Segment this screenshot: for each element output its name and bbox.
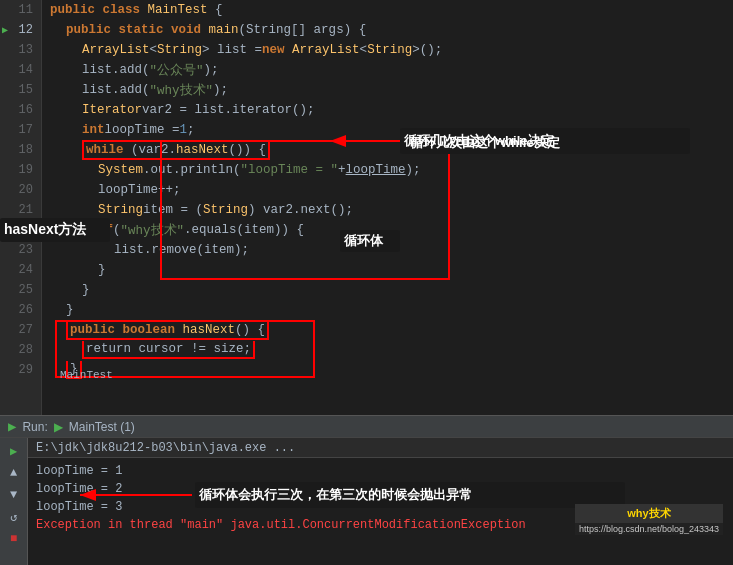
console-error-text: Exception in thread "main" java.util.Con… bbox=[36, 518, 526, 532]
line-num-28: 28 bbox=[0, 340, 41, 360]
code-line-16: Iterator var2 = list.iterator(); bbox=[50, 100, 725, 120]
code-line-23: list.remove(item); bbox=[50, 240, 725, 260]
console-text-2: loopTime = 2 bbox=[36, 482, 122, 496]
while-red-box: while (var2.hasNext()) { bbox=[82, 140, 270, 160]
run-text: MainTest (1) bbox=[69, 420, 135, 434]
code-line-19: System.out.println("loopTime = " + loopT… bbox=[50, 160, 725, 180]
line-num-19: 19 bbox=[0, 160, 41, 180]
console-line-2: loopTime = 2 bbox=[36, 480, 725, 498]
code-content: public class MainTest { public static vo… bbox=[42, 0, 733, 415]
console-btn-down[interactable]: ▼ bbox=[4, 486, 24, 504]
code-line-18: while (var2.hasNext()) { bbox=[50, 140, 725, 160]
line-num-29: 29 bbox=[0, 360, 41, 380]
console-line-3: loopTime = 3 bbox=[36, 498, 725, 516]
run-arrow-icon: ▶ bbox=[2, 24, 8, 36]
line-num-11: 11 bbox=[0, 0, 41, 20]
line-num-23: 23 bbox=[0, 240, 41, 260]
console-line-1: loopTime = 1 bbox=[36, 462, 725, 480]
line-numbers: 11 ▶ 12 13 14 15 16 17 18 19 20 21 22 23… bbox=[0, 0, 42, 415]
hasnext-red-box: public boolean hasNext() { bbox=[66, 320, 269, 340]
line-num-22: 22 bbox=[0, 220, 41, 240]
code-line-14: list.add("公众号"); bbox=[50, 60, 725, 80]
code-line-28: return cursor != size; bbox=[50, 340, 725, 360]
console-line-error: Exception in thread "main" java.util.Con… bbox=[36, 516, 725, 534]
console-output: loopTime = 1 loopTime = 2 loopTime = 3 E… bbox=[28, 458, 733, 565]
line-num-20: 20 bbox=[0, 180, 41, 200]
run-label: Run: bbox=[22, 420, 47, 434]
console-text-3: loopTime = 3 bbox=[36, 500, 122, 514]
console-text-1: loopTime = 1 bbox=[36, 464, 122, 478]
line-num-12: ▶ 12 bbox=[0, 20, 41, 40]
keyword-public: public bbox=[50, 3, 95, 17]
code-line-20: loopTime++; bbox=[50, 180, 725, 200]
console-toolbar: ▶ ▲ ▼ ↺ ■ bbox=[0, 438, 28, 565]
line-num-26: 26 bbox=[0, 300, 41, 320]
code-line-15: list.add("why技术"); bbox=[50, 80, 725, 100]
console-area: ▶ ▲ ▼ ↺ ■ E:\jdk\jdk8u212-b03\bin\java.e… bbox=[0, 437, 733, 565]
code-line-22: if ("why技术".equals(item)) { bbox=[50, 220, 725, 240]
console-btn-play[interactable]: ▶ bbox=[4, 442, 24, 460]
hasnext-close-box: } bbox=[66, 361, 82, 379]
keyword-class: class bbox=[103, 3, 141, 17]
console-path: E:\jdk\jdk8u212-b03\bin\java.exe ... bbox=[28, 438, 733, 458]
code-line-24: } bbox=[50, 260, 725, 280]
line-num-25: 25 bbox=[0, 280, 41, 300]
console-btn-stop[interactable]: ■ bbox=[4, 530, 24, 548]
hasnext-body-box: return cursor != size; bbox=[82, 341, 255, 359]
run-icon-small: ▶ bbox=[54, 420, 63, 434]
looptime-var: loopTime bbox=[346, 163, 406, 177]
code-area: 11 ▶ 12 13 14 15 16 17 18 19 20 21 22 23… bbox=[0, 0, 733, 415]
line-num-18: 18 bbox=[0, 140, 41, 160]
run-bar: ▶ Run: ▶ MainTest (1) bbox=[0, 415, 733, 437]
code-line-29: } bbox=[50, 360, 725, 380]
code-line-26: } bbox=[50, 300, 725, 320]
line-num-27: 27 bbox=[0, 320, 41, 340]
line-num-24: 24 bbox=[0, 260, 41, 280]
code-line-12: public static void main(String[] args) { bbox=[50, 20, 725, 40]
line-num-14: 14 bbox=[0, 60, 41, 80]
code-line-25: } bbox=[50, 280, 725, 300]
console-btn-rerun[interactable]: ↺ bbox=[4, 508, 24, 526]
line-num-15: 15 bbox=[0, 80, 41, 100]
line-num-16: 16 bbox=[0, 100, 41, 120]
line-num-21: 21 bbox=[0, 200, 41, 220]
console-btn-up[interactable]: ▲ bbox=[4, 464, 24, 482]
code-line-17: int loopTime = 1; bbox=[50, 120, 725, 140]
class-maintest: MainTest bbox=[148, 3, 208, 17]
code-line-21: String item = (String) var2.next(); bbox=[50, 200, 725, 220]
ide-container: 11 ▶ 12 13 14 15 16 17 18 19 20 21 22 23… bbox=[0, 0, 733, 565]
code-line-11: public class MainTest { bbox=[50, 0, 725, 20]
line-num-13: 13 bbox=[0, 40, 41, 60]
code-line-13: ArrayList<String> list = new ArrayList<S… bbox=[50, 40, 725, 60]
console-path-text: E:\jdk\jdk8u212-b03\bin\java.exe ... bbox=[36, 441, 295, 455]
code-line-27: public boolean hasNext() { bbox=[50, 320, 725, 340]
run-icon: ▶ bbox=[8, 418, 16, 435]
line-num-17: 17 bbox=[0, 120, 41, 140]
